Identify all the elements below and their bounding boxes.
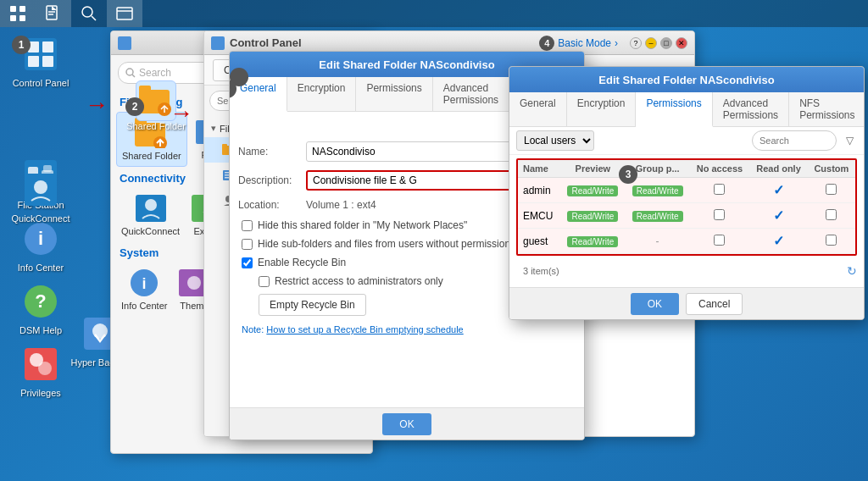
perm-admin-no-access[interactable] bbox=[714, 184, 725, 195]
ctrl-title-text: Control Panel bbox=[230, 36, 302, 49]
col-no-access: No access bbox=[690, 160, 750, 178]
perm-cancel-btn[interactable]: Cancel bbox=[686, 293, 743, 315]
perm-admin-group: Read/Write bbox=[632, 185, 683, 196]
taskbar-search-icon[interactable] bbox=[71, 0, 107, 27]
perm-emcu-group: Read/Write bbox=[632, 211, 683, 222]
cp-item-quickconnect[interactable]: QuickConnect bbox=[116, 188, 185, 241]
cp-item-quickconnect-label: QuickConnect bbox=[121, 226, 180, 236]
perm-ok-btn[interactable]: OK bbox=[631, 293, 679, 315]
form-name-label: Name: bbox=[238, 146, 306, 158]
wnd-min-btn[interactable]: – bbox=[645, 37, 657, 49]
empty-recycle-btn[interactable]: Empty Recycle Bin bbox=[259, 294, 366, 316]
taskbar-file-icon[interactable] bbox=[36, 0, 71, 27]
svg-point-45 bbox=[145, 199, 157, 211]
desktop-icon-info-center-label: Info Center bbox=[18, 263, 64, 273]
desktop: Control Panel File Station i bbox=[0, 0, 868, 481]
hide-subfolder-checkbox[interactable] bbox=[242, 239, 253, 250]
taskbar bbox=[0, 0, 868, 27]
perm-admin-name: admin bbox=[518, 178, 560, 203]
chevron-right-icon: › bbox=[615, 37, 618, 49]
perm-tab-encryption[interactable]: Encryption bbox=[567, 92, 637, 126]
taskbar-grid-icon[interactable] bbox=[0, 0, 36, 27]
perm-tab-nfs[interactable]: NFS Permissions bbox=[789, 92, 865, 126]
col-custom: Custom bbox=[808, 160, 855, 178]
perm-admin-read-only: ✓ bbox=[773, 183, 784, 197]
ctrl-panel-icon bbox=[211, 36, 225, 50]
svg-rect-15 bbox=[42, 56, 53, 67]
perm-user-type-select[interactable]: Local users bbox=[516, 130, 594, 151]
perm-search-input[interactable] bbox=[752, 130, 837, 151]
wnd-question-btn[interactable]: ? bbox=[630, 37, 642, 49]
enable-recycle-checkbox[interactable] bbox=[242, 257, 253, 268]
svg-rect-2 bbox=[10, 15, 16, 21]
svg-rect-0 bbox=[10, 6, 16, 12]
perm-emcu-no-access[interactable] bbox=[714, 209, 725, 220]
perm-table: Name Preview Group p... No access Read o… bbox=[518, 160, 855, 254]
perm-toolbar: Local users ▽ bbox=[509, 127, 864, 155]
perm-row-guest[interactable]: guest Read/Write - ✓ bbox=[518, 229, 855, 254]
arrow-2: → bbox=[170, 102, 193, 125]
desktop-icon-quickconnect-label: QuickConnect bbox=[11, 213, 70, 224]
perm-admin-custom[interactable] bbox=[826, 184, 837, 195]
wnd-close-btn[interactable]: ✕ bbox=[676, 37, 687, 49]
perm-guest-no-access[interactable] bbox=[714, 235, 725, 246]
svg-rect-13 bbox=[42, 41, 53, 53]
recycle-note: Note: How to set up a Recycle Bin emptyi… bbox=[238, 324, 576, 334]
perm-emcu-custom[interactable] bbox=[826, 209, 837, 220]
svg-text:i: i bbox=[38, 228, 43, 249]
perm-admin-preview: Read/Write bbox=[567, 185, 618, 196]
cp-item-shared-folder-label: Shared Folder bbox=[122, 151, 181, 161]
cp-window-icon bbox=[118, 36, 131, 50]
perm-row-admin[interactable]: admin Read/Write Read/Write ✓ bbox=[518, 178, 855, 203]
step-badge-3: 3 bbox=[619, 165, 637, 184]
perm-dialog-tabs: General Encryption Permissions Advanced … bbox=[509, 92, 864, 127]
cp-item-info-center-label: Info Center bbox=[121, 301, 167, 311]
col-preview: Preview bbox=[560, 160, 625, 178]
svg-point-28 bbox=[34, 180, 47, 194]
perm-tab-general[interactable]: General bbox=[509, 92, 567, 126]
hide-network-label: Hide this shared folder in "My Network P… bbox=[258, 219, 467, 231]
basic-mode-btn[interactable]: Basic Mode › bbox=[558, 37, 618, 49]
desktop-icon-privileges-label: Privileges bbox=[20, 388, 61, 398]
restrict-admin-checkbox[interactable] bbox=[259, 276, 270, 287]
wnd-max-btn[interactable]: □ bbox=[660, 37, 672, 49]
col-name: Name bbox=[518, 160, 560, 178]
restrict-admin-label: Restrict access to administrators only bbox=[275, 275, 443, 287]
chevron-down-icon3: ▾ bbox=[211, 123, 216, 134]
desktop-icon-control-panel-label: Control Panel bbox=[13, 78, 70, 88]
edit-tab-encryption[interactable]: Encryption bbox=[287, 77, 357, 111]
perm-table-border: Name Preview Group p... No access Read o… bbox=[516, 158, 857, 256]
step-badge-1: 1 bbox=[12, 36, 31, 54]
svg-rect-14 bbox=[28, 56, 39, 67]
desktop-icon-quickconnect[interactable]: QuickConnect bbox=[10, 169, 71, 224]
edit-tab-permissions[interactable]: Permissions bbox=[356, 77, 432, 111]
svg-text:?: ? bbox=[35, 290, 46, 312]
desktop-icon-privileges[interactable]: Privileges bbox=[10, 344, 71, 398]
perm-row-emcu[interactable]: EMCU Read/Write Read/Write ✓ bbox=[518, 203, 855, 229]
desktop-icon-info-center[interactable]: i Info Center bbox=[10, 218, 71, 273]
enable-recycle-label: Enable Recycle Bin bbox=[258, 257, 346, 268]
perm-emcu-read-only: ✓ bbox=[773, 208, 784, 223]
perm-tab-advanced[interactable]: Advanced Permissions bbox=[713, 92, 789, 126]
perm-dialog-titlebar: Edit Shared Folder NAScondiviso bbox=[509, 67, 864, 92]
col-read-only: Read only bbox=[749, 160, 808, 178]
edit-dialog-ok-btn[interactable]: OK bbox=[382, 413, 431, 435]
hide-network-checkbox[interactable] bbox=[242, 220, 253, 231]
refresh-icon[interactable]: ↻ bbox=[847, 264, 857, 278]
edit-tab-advanced[interactable]: Advanced Permissions bbox=[433, 77, 509, 111]
step-badge-2: 2 bbox=[125, 97, 144, 116]
ctrl-title-right: 4 Basic Mode › ? – □ ✕ bbox=[539, 36, 687, 51]
recycle-schedule-link[interactable]: How to set up a Recycle Bin emptying sch… bbox=[266, 324, 463, 334]
svg-point-36 bbox=[126, 69, 133, 75]
svg-point-26 bbox=[38, 362, 52, 375]
perm-tab-permissions[interactable]: Permissions bbox=[636, 92, 712, 127]
perm-guest-custom[interactable] bbox=[826, 235, 837, 246]
filter-icon[interactable]: ▽ bbox=[842, 133, 857, 148]
cp-search-placeholder: Search bbox=[139, 67, 171, 79]
cp-item-info-center[interactable]: i Info Center bbox=[116, 263, 172, 316]
form-location-value: Volume 1 : ext4 bbox=[306, 199, 376, 211]
taskbar-window-icon[interactable] bbox=[107, 0, 142, 27]
desktop-icon-dsm-help[interactable]: ? DSM Help bbox=[10, 281, 71, 335]
svg-line-37 bbox=[132, 75, 135, 77]
svg-rect-9 bbox=[117, 8, 132, 19]
